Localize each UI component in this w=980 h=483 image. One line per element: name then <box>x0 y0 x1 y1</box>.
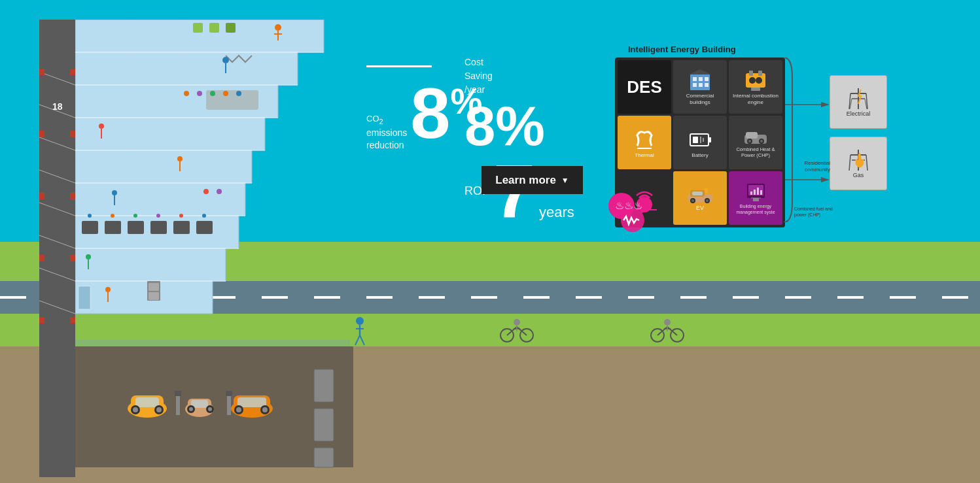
svg-rect-109 <box>699 83 703 87</box>
svg-rect-9 <box>39 131 44 137</box>
ieb-bracket <box>780 58 794 222</box>
svg-marker-111 <box>689 69 711 75</box>
bems-label: Building energy management syste <box>731 204 780 215</box>
co2-number: 8 <box>410 77 450 149</box>
svg-point-116 <box>756 77 762 84</box>
battery-icon <box>688 127 712 152</box>
svg-point-137 <box>706 199 709 202</box>
svg-rect-92 <box>149 292 159 300</box>
svg-rect-8 <box>39 69 44 75</box>
svg-line-102 <box>355 335 360 345</box>
svg-rect-15 <box>70 193 75 199</box>
svg-point-127 <box>748 140 751 142</box>
svg-point-168 <box>514 319 520 325</box>
svg-point-175 <box>664 319 671 325</box>
combined-fuel-label: Combined fuel and power (CHP) <box>794 206 833 218</box>
stat-divider-line <box>366 65 432 67</box>
svg-marker-150 <box>821 177 830 182</box>
svg-rect-113 <box>749 71 753 76</box>
combustion-label: Internal combustion engine <box>731 93 780 105</box>
svg-marker-148 <box>821 102 830 107</box>
svg-point-97 <box>179 214 183 218</box>
svg-point-58 <box>236 407 241 412</box>
learn-more-button[interactable]: Learn more ▼ <box>481 166 583 194</box>
walking-person <box>347 316 373 348</box>
svg-point-99 <box>356 317 364 325</box>
svg-rect-56 <box>237 397 266 407</box>
svg-point-94 <box>111 214 114 218</box>
ieb-title: Intelligent Energy Building <box>628 44 736 54</box>
svg-rect-117 <box>751 88 760 91</box>
svg-point-84 <box>203 189 209 194</box>
svg-line-162 <box>866 155 867 171</box>
pink-wave-node <box>618 206 651 239</box>
ev-icon <box>686 185 714 205</box>
svg-line-5 <box>39 235 75 248</box>
ev-label: EV <box>696 205 704 211</box>
bicycle-2 <box>648 317 687 343</box>
svg-point-73 <box>184 91 189 96</box>
svg-rect-125 <box>746 132 758 139</box>
chp-label: Combined Heat & Power (CHP) <box>731 146 780 158</box>
svg-point-71 <box>222 57 229 63</box>
svg-rect-11 <box>39 255 44 261</box>
utility-box-gas: Gas <box>830 137 887 190</box>
electrical-tower-icon <box>847 87 870 110</box>
svg-rect-107 <box>705 77 709 81</box>
svg-rect-146 <box>760 190 762 195</box>
electrical-label: Electrical <box>847 110 871 117</box>
thermal-icon <box>632 127 657 152</box>
svg-line-103 <box>360 335 364 345</box>
svg-rect-65 <box>314 369 334 402</box>
svg-rect-142 <box>753 198 759 201</box>
ieb-cell-des: DES <box>618 60 671 114</box>
svg-point-82 <box>177 156 183 161</box>
svg-rect-62 <box>175 391 181 396</box>
learn-more-arrow-icon: ▼ <box>561 176 569 185</box>
svg-rect-108 <box>693 83 697 87</box>
svg-point-68 <box>275 24 281 31</box>
svg-point-80 <box>112 190 117 195</box>
svg-point-115 <box>749 77 756 84</box>
svg-rect-91 <box>149 283 159 291</box>
svg-line-173 <box>667 327 677 335</box>
svg-point-46 <box>156 407 162 412</box>
svg-point-86 <box>86 254 91 259</box>
thermal-label: Thermal <box>635 152 654 158</box>
roi-years-label: years <box>539 204 574 221</box>
svg-point-76 <box>223 91 228 96</box>
svg-line-172 <box>657 327 667 335</box>
underground-cars <box>121 379 317 418</box>
svg-point-93 <box>88 214 92 218</box>
des-label: DES <box>627 77 661 97</box>
svg-rect-67 <box>314 448 334 467</box>
cost-saving-label: CostSaving/year <box>464 56 574 97</box>
svg-rect-66 <box>314 408 334 441</box>
svg-point-75 <box>210 91 215 96</box>
svg-rect-42 <box>135 397 159 407</box>
svg-point-95 <box>133 214 137 218</box>
svg-point-77 <box>236 91 241 96</box>
emissions-label: emissions <box>366 127 407 140</box>
svg-line-7 <box>39 301 75 314</box>
ieb-cell-ev: EV <box>673 171 727 225</box>
svg-rect-64 <box>226 391 232 396</box>
ieb-cell-commercial: Commercial buildings <box>673 60 727 114</box>
svg-rect-13 <box>70 69 75 75</box>
svg-point-78 <box>99 124 104 129</box>
svg-rect-16 <box>70 255 75 261</box>
combustion-icon <box>743 68 768 93</box>
svg-point-88 <box>105 287 111 292</box>
svg-rect-10 <box>39 193 44 199</box>
cost-percent-group: 8% <box>464 98 574 154</box>
svg-rect-110 <box>705 83 709 87</box>
ieb-cell-bems: Building energy management syste <box>729 171 782 225</box>
svg-rect-104 <box>690 75 710 90</box>
svg-point-129 <box>760 140 763 142</box>
svg-rect-17 <box>70 317 75 324</box>
cost-percent-number: 8% <box>464 98 545 154</box>
svg-point-96 <box>156 214 160 218</box>
ieb-cell-chp: Combined Heat & Power (CHP) <box>729 116 782 169</box>
bicycle-1 <box>497 317 536 343</box>
learn-more-label: Learn more <box>495 174 556 187</box>
